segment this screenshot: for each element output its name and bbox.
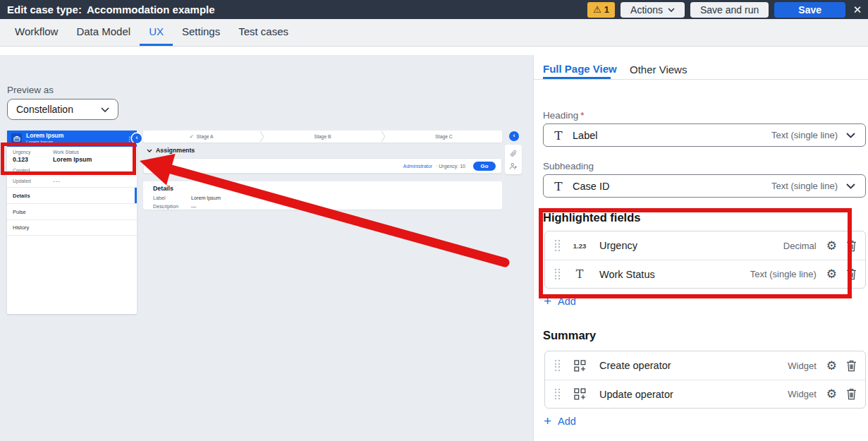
tab-settings[interactable]: Settings: [173, 19, 229, 46]
panel-divider: [534, 79, 868, 80]
required-asterisk: *: [580, 110, 584, 121]
tab-data-model-label: Data Model: [76, 25, 130, 37]
work-status-value: Lorem Ipsum: [53, 156, 92, 163]
trash-icon[interactable]: [846, 360, 857, 372]
details-row: Label Lorem Ipsum: [153, 195, 492, 201]
save-and-run-label: Save and run: [700, 4, 759, 16]
case-nav-pulse-label: Pulse: [13, 209, 26, 215]
subheading-field-select[interactable]: T Case ID Text (single line): [543, 174, 866, 198]
field-row-work-status[interactable]: T Work Status Text (single line) ⚙: [545, 260, 865, 288]
tab-workflow[interactable]: Workflow: [6, 19, 67, 46]
tab-settings-label: Settings: [182, 25, 220, 37]
add-summary-item-button[interactable]: + Add: [544, 414, 576, 428]
follow-user-icon[interactable]: [509, 162, 518, 170]
field-row-name: Urgency: [599, 240, 637, 251]
tab-other-views[interactable]: Other Views: [630, 64, 687, 75]
stage-c-label: Stage C: [435, 134, 453, 139]
case-type-name: Accommodation example: [87, 4, 215, 16]
check-icon: ✓: [189, 133, 193, 140]
assignment-row[interactable]: Se Administrator · Urgency: 10 Go: [143, 158, 502, 174]
assignment-assignee-link[interactable]: Administrator: [403, 164, 432, 169]
preview-case-card: Lorem Ipsum Lorem Ipsum ⋮ ‹ Urgency Work…: [7, 131, 137, 314]
field-row-urgency[interactable]: 1.23 Urgency Decimal ⚙: [545, 231, 865, 260]
stage-b[interactable]: Stage B: [264, 134, 381, 139]
summary-row-update-operator[interactable]: Update operator Widget ⚙: [545, 380, 865, 408]
trash-icon[interactable]: [846, 268, 857, 280]
add-label: Add: [558, 416, 576, 427]
highlighted-fields-list: 1.23 Urgency Decimal ⚙ T Work Status Tex…: [544, 231, 866, 289]
case-nav-details[interactable]: Details: [7, 187, 137, 203]
stage-b-label: Stage B: [314, 134, 331, 139]
close-icon[interactable]: ✕: [851, 4, 864, 16]
details-label: Label: [153, 195, 191, 201]
chevron-down-icon: [147, 149, 152, 152]
add-highlighted-field-button[interactable]: + Add: [544, 294, 576, 308]
preview-case-header: Lorem Ipsum Lorem Ipsum ⋮ ‹: [7, 131, 137, 147]
field-row-type: Text (single line): [750, 269, 817, 279]
gear-icon[interactable]: ⚙: [826, 240, 837, 252]
utility-strip: [505, 145, 522, 174]
case-nav-pulse[interactable]: Pulse: [7, 203, 137, 219]
stage-c[interactable]: Stage C: [386, 134, 502, 139]
updated-label: Updated: [13, 179, 31, 183]
tab-other-views-label: Other Views: [630, 64, 687, 75]
drag-handle-icon[interactable]: [555, 360, 560, 371]
preview-case-subtitle: Lorem Ipsum: [26, 140, 63, 145]
details-row: Description ---: [153, 203, 492, 210]
page-title-prefix: Edit case type:: [7, 4, 82, 16]
details-value: Lorem Ipsum: [191, 195, 221, 201]
drag-handle-icon[interactable]: [555, 269, 560, 280]
paperclip-icon[interactable]: [510, 150, 518, 157]
drag-handle-icon[interactable]: [555, 389, 560, 400]
go-button[interactable]: Go: [473, 162, 496, 171]
actions-button[interactable]: Actions: [621, 2, 685, 18]
preview-as-label: Preview as: [7, 85, 54, 95]
subheading-field-label: Subheading: [543, 161, 594, 171]
assignments-section-toggle[interactable]: Assignments: [147, 147, 195, 154]
warning-icon: ⚠: [593, 4, 601, 15]
tab-test-cases[interactable]: Test cases: [229, 19, 298, 46]
save-label: Save: [798, 4, 821, 16]
decimal-type-icon: 1.23: [571, 242, 588, 250]
tab-full-page-view[interactable]: Full Page View: [543, 63, 617, 75]
assignment-task-label: Se: [152, 163, 159, 169]
actions-label: Actions: [630, 4, 663, 16]
trash-icon[interactable]: [846, 240, 857, 252]
warning-badge[interactable]: ⚠ 1: [587, 2, 615, 18]
collapse-panel-icon[interactable]: ‹: [509, 131, 519, 141]
details-label: Description: [153, 203, 191, 210]
work-status-label: Work Status: [53, 150, 79, 155]
save-button[interactable]: Save: [774, 2, 845, 18]
text-type-icon: T: [552, 128, 565, 143]
text-type-icon: T: [571, 267, 588, 281]
chevron-down-icon: [846, 183, 855, 189]
plus-icon: +: [544, 414, 551, 428]
page-title: Edit case type:Accommodation example: [7, 4, 215, 16]
gear-icon[interactable]: ⚙: [826, 360, 837, 372]
heading-field-select[interactable]: T Label Text (single line): [543, 123, 866, 147]
case-nav-details-label: Details: [13, 193, 30, 199]
preview-mode-select[interactable]: Constellation: [7, 99, 118, 120]
urgency-label: Urgency: [13, 150, 30, 155]
summary-row-create-operator[interactable]: Create operator Widget ⚙: [545, 351, 865, 380]
stage-bar: ✓ Stage A Stage B Stage C: [143, 131, 502, 143]
tab-full-page-view-label: Full Page View: [543, 63, 617, 75]
gear-icon[interactable]: ⚙: [826, 388, 837, 400]
toolbar-spacer: [0, 47, 868, 55]
summary-title: Summary: [543, 329, 596, 342]
top-bar: Edit case type:Accommodation example ⚠ 1…: [0, 0, 868, 19]
add-label: Add: [558, 296, 576, 307]
drag-handle-icon[interactable]: [555, 240, 560, 251]
case-nav-history[interactable]: History: [7, 219, 137, 236]
collapse-left-icon[interactable]: ‹: [132, 133, 142, 143]
gear-icon[interactable]: ⚙: [826, 268, 837, 280]
tab-data-model[interactable]: Data Model: [67, 19, 140, 46]
chevron-down-icon: [101, 107, 109, 112]
assignment-urgency: · Urgency: 10: [436, 164, 465, 169]
trash-icon[interactable]: [846, 388, 857, 400]
details-card: Details Label Lorem Ipsum Description --…: [143, 181, 502, 210]
summary-row-name: Create operator: [599, 360, 671, 371]
tab-ux[interactable]: UX: [140, 19, 173, 46]
stage-a[interactable]: ✓ Stage A: [143, 133, 259, 140]
save-and-run-button[interactable]: Save and run: [690, 2, 769, 18]
